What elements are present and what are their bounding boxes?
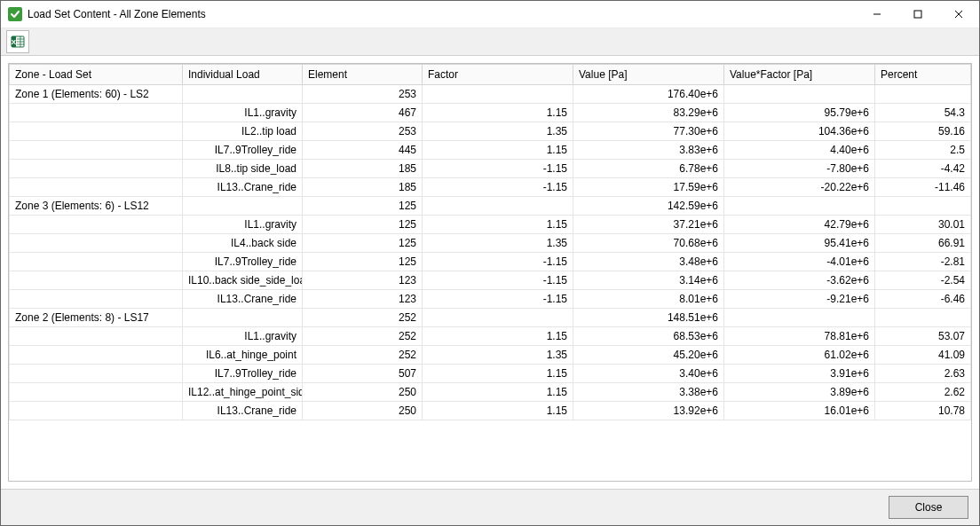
cell-zone (10, 178, 183, 197)
table-row[interactable]: IL7..9Trolley_ride125-1.153.48e+6-4.01e+… (10, 253, 971, 271)
col-header-vf[interactable]: Value*Factor [Pa] (724, 65, 875, 85)
cell-load: IL1..gravity (183, 216, 303, 234)
cell-elem: 125 (303, 253, 423, 271)
col-header-zone[interactable]: Zone - Load Set (10, 65, 183, 85)
titlebar-left: Load Set Content - All Zone Elements (1, 7, 206, 21)
col-header-elem[interactable]: Element (303, 65, 423, 85)
cell-elem: 445 (303, 141, 423, 160)
cell-zone: Zone 1 (Elements: 60) - LS2 (10, 85, 183, 104)
cell-zone (10, 141, 183, 160)
cell-load: IL1..gravity (183, 327, 303, 346)
table-row[interactable]: IL1..gravity1251.1537.21e+642.79e+630.01 (10, 216, 971, 234)
cell-pct (875, 309, 971, 327)
cell-zone (10, 234, 183, 253)
cell-zone (10, 290, 183, 309)
cell-factor: 1.15 (423, 327, 573, 346)
cell-elem: 252 (303, 309, 423, 327)
cell-factor: 1.15 (423, 402, 573, 420)
export-excel-button[interactable]: X (6, 30, 29, 53)
cell-vf (724, 85, 875, 104)
table-row[interactable]: IL2..tip load2531.3577.30e+6104.36e+659.… (10, 122, 971, 141)
cell-load: IL8..tip side_load (183, 160, 303, 178)
table-row[interactable]: IL1..gravity2521.1568.53e+678.81e+653.07 (10, 327, 971, 346)
table-row[interactable]: Zone 2 (Elements: 8) - LS17252148.51e+6 (10, 309, 971, 327)
col-header-pct[interactable]: Percent (875, 65, 971, 85)
table-row[interactable]: IL7..9Trolley_ride4451.153.83e+64.40e+62… (10, 141, 971, 160)
minimize-button[interactable] (857, 1, 897, 27)
cell-load: IL4..back side (183, 234, 303, 253)
col-header-factor[interactable]: Factor (423, 65, 573, 85)
data-grid[interactable]: Zone - Load Set Individual Load Element … (8, 63, 972, 482)
cell-load: IL10..back side_side_load (183, 271, 303, 290)
cell-factor: 1.15 (423, 141, 573, 160)
table-row[interactable]: IL13..Crane_ride123-1.158.01e+6-9.21e+6-… (10, 290, 971, 309)
cell-value: 6.78e+6 (573, 160, 724, 178)
cell-elem: 185 (303, 178, 423, 197)
table-row[interactable]: IL8..tip side_load185-1.156.78e+6-7.80e+… (10, 160, 971, 178)
cell-elem: 125 (303, 197, 423, 216)
cell-value: 68.53e+6 (573, 327, 724, 346)
cell-value: 3.38e+6 (573, 383, 724, 402)
col-header-load[interactable]: Individual Load (183, 65, 303, 85)
table-row[interactable]: IL10..back side_side_load123-1.153.14e+6… (10, 271, 971, 290)
cell-zone (10, 104, 183, 122)
cell-load (183, 85, 303, 104)
cell-pct: 66.91 (875, 234, 971, 253)
cell-factor: -1.15 (423, 253, 573, 271)
close-button[interactable]: Close (889, 496, 968, 519)
cell-factor: -1.15 (423, 160, 573, 178)
cell-vf: -9.21e+6 (724, 290, 875, 309)
col-header-value[interactable]: Value [Pa] (573, 65, 724, 85)
cell-factor: 1.35 (423, 346, 573, 365)
cell-factor: 1.35 (423, 122, 573, 141)
cell-value: 83.29e+6 (573, 104, 724, 122)
table-row[interactable]: IL13..Crane_ride2501.1513.92e+616.01e+61… (10, 402, 971, 420)
maximize-button[interactable] (897, 1, 938, 27)
cell-load: IL2..tip load (183, 122, 303, 141)
cell-vf: -7.80e+6 (724, 160, 875, 178)
cell-load: IL1..gravity (183, 104, 303, 122)
cell-factor: 1.15 (423, 216, 573, 234)
table-row[interactable]: IL1..gravity4671.1583.29e+695.79e+654.3 (10, 104, 971, 122)
app-icon (8, 7, 22, 21)
cell-factor (423, 197, 573, 216)
table-row[interactable]: IL6..at_hinge_point2521.3545.20e+661.02e… (10, 346, 971, 365)
cell-vf: 95.41e+6 (724, 234, 875, 253)
cell-elem: 123 (303, 271, 423, 290)
cell-vf: 42.79e+6 (724, 216, 875, 234)
cell-zone (10, 160, 183, 178)
cell-pct: -11.46 (875, 178, 971, 197)
cell-load: IL7..9Trolley_ride (183, 365, 303, 383)
cell-factor: 1.35 (423, 234, 573, 253)
cell-zone (10, 216, 183, 234)
cell-pct: 30.01 (875, 216, 971, 234)
cell-elem: 123 (303, 290, 423, 309)
cell-vf: 95.79e+6 (724, 104, 875, 122)
window-controls (857, 1, 979, 27)
cell-elem: 250 (303, 383, 423, 402)
cell-pct: -2.81 (875, 253, 971, 271)
app-window: Load Set Content - All Zone Elements X (0, 0, 980, 526)
table-row[interactable]: Zone 1 (Elements: 60) - LS2253176.40e+6 (10, 85, 971, 104)
content-area: Zone - Load Set Individual Load Element … (1, 56, 979, 489)
cell-load: IL6..at_hinge_point (183, 346, 303, 365)
cell-pct (875, 197, 971, 216)
cell-load: IL13..Crane_ride (183, 178, 303, 197)
cell-zone (10, 346, 183, 365)
table-row[interactable]: IL12..at_hinge_point_side_lo2501.153.38e… (10, 383, 971, 402)
table-row[interactable]: IL13..Crane_ride185-1.1517.59e+6-20.22e+… (10, 178, 971, 197)
cell-load: IL7..9Trolley_ride (183, 141, 303, 160)
cell-value: 3.83e+6 (573, 141, 724, 160)
cell-zone (10, 327, 183, 346)
svg-rect-0 (8, 7, 22, 21)
table-row[interactable]: Zone 3 (Elements: 6) - LS12125142.59e+6 (10, 197, 971, 216)
titlebar: Load Set Content - All Zone Elements (1, 1, 979, 28)
cell-zone (10, 122, 183, 141)
cell-load (183, 197, 303, 216)
close-window-button[interactable] (938, 1, 979, 27)
table-row[interactable]: IL7..9Trolley_ride5071.153.40e+63.91e+62… (10, 365, 971, 383)
close-button-label: Close (915, 501, 943, 514)
table-row[interactable]: IL4..back side1251.3570.68e+695.41e+666.… (10, 234, 971, 253)
cell-factor: 1.15 (423, 365, 573, 383)
cell-elem: 185 (303, 160, 423, 178)
